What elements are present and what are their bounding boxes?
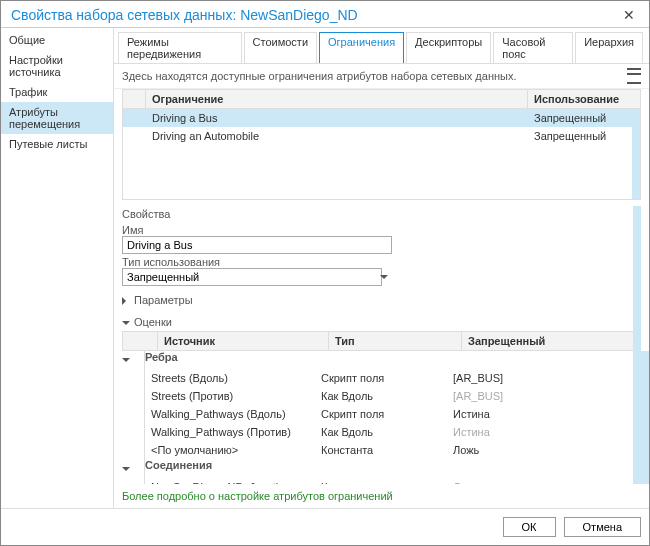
close-icon[interactable]: ✕ [619, 7, 639, 23]
eval-col-type[interactable]: Тип [329, 332, 462, 350]
sidebar: ОбщиеНастройки источникаТрафикАтрибуты п… [1, 28, 114, 508]
learn-more-link[interactable]: Более подробно о настройке атрибутов огр… [114, 484, 649, 508]
dialog-body: ОбщиеНастройки источникаТрафикАтрибуты п… [1, 28, 649, 508]
usage-select-value[interactable]: Запрещенный [122, 268, 382, 286]
sidebar-item[interactable]: Атрибуты перемещения [1, 102, 113, 134]
chevron-right-icon [122, 297, 130, 305]
scrollbar[interactable] [632, 109, 640, 199]
chevron-down-icon [122, 321, 130, 329]
dialog-title: Свойства набора сетевых данных: NewSanDi… [11, 7, 619, 23]
tab[interactable]: Стоимости [244, 32, 317, 63]
scrollbar[interactable] [633, 206, 641, 484]
cancel-button[interactable]: Отмена [564, 517, 641, 537]
eval-corner [123, 332, 158, 350]
tab[interactable]: Часовой пояс [493, 32, 573, 63]
hint-text: Здесь находятся доступные ограничения ат… [122, 70, 621, 82]
restrictions-grid[interactable]: Driving a BusЗапрещенныйDriving an Autom… [122, 109, 641, 200]
eval-row[interactable]: Walking_Pathways (Против)Как ВдольИстина [122, 423, 637, 441]
evaluators-header: Источник Тип Запрещенный [122, 331, 641, 351]
eval-row[interactable]: Streets (Вдоль)Скрипт поля[AR_BUS] [122, 369, 637, 387]
col-usage[interactable]: Использование [528, 90, 640, 108]
properties-panel: Свойства Имя Тип использования Запрещенн… [122, 206, 641, 484]
eval-row[interactable]: <По умолчанию>КонстантаЛожь [122, 441, 637, 459]
eval-row[interactable]: Walking_Pathways (Вдоль)Скрипт поляИстин… [122, 405, 637, 423]
tab[interactable]: Дескрипторы [406, 32, 491, 63]
chevron-down-icon [122, 467, 130, 475]
eval-col-source[interactable]: Источник [158, 332, 329, 350]
table-row[interactable]: Driving an AutomobileЗапрещенный [123, 127, 640, 145]
restrictions-grid-header: Ограничение Использование [122, 89, 641, 109]
eval-group-header[interactable]: Соединения [122, 459, 637, 478]
eval-col-restricted[interactable]: Запрещенный [462, 332, 640, 350]
eval-group-header[interactable]: Ребра [122, 351, 637, 370]
grid-corner [123, 90, 146, 108]
usage-select[interactable]: Запрещенный [122, 268, 392, 286]
parameters-label: Параметры [134, 294, 193, 306]
tab[interactable]: Режимы передвижения [118, 32, 242, 63]
eval-row[interactable]: NewSanDiego_ND_JunctionsКак по умолчанию… [122, 478, 637, 484]
col-name[interactable]: Ограничение [146, 90, 528, 108]
evaluators-expander[interactable]: Оценки Источник Тип Запрещенный РебраStr… [122, 314, 641, 484]
ok-button[interactable]: ОК [503, 517, 556, 537]
menu-icon[interactable] [627, 68, 641, 84]
name-label: Имя [122, 224, 641, 236]
dialog: Свойства набора сетевых данных: NewSanDi… [0, 0, 650, 546]
hint-row: Здесь находятся доступные ограничения ат… [114, 64, 649, 89]
titlebar: Свойства набора сетевых данных: NewSanDi… [1, 1, 649, 28]
parameters-expander[interactable]: Параметры [122, 292, 641, 308]
sidebar-item[interactable]: Общие [1, 30, 113, 50]
tab[interactable]: Иерархия [575, 32, 643, 63]
sidebar-item[interactable]: Трафик [1, 82, 113, 102]
usage-label: Тип использования [122, 256, 641, 268]
sidebar-item[interactable]: Настройки источника [1, 50, 113, 82]
evaluators-label: Оценки [134, 316, 172, 328]
main-panel: Режимы передвиженияСтоимостиОграниченияД… [114, 28, 649, 508]
name-field[interactable] [122, 236, 392, 254]
eval-row[interactable]: Streets (Против)Как Вдоль[AR_BUS] [122, 387, 637, 405]
tab-strip: Режимы передвиженияСтоимостиОграниченияД… [114, 28, 649, 64]
properties-title: Свойства [122, 206, 641, 222]
sidebar-item[interactable]: Путевые листы [1, 134, 113, 154]
chevron-down-icon [122, 358, 130, 366]
evaluators-grid[interactable]: РебраStreets (Вдоль)Скрипт поля[AR_BUS]S… [122, 351, 649, 484]
table-row[interactable]: Driving a BusЗапрещенный [123, 109, 640, 127]
footer: ОК Отмена [1, 508, 649, 545]
tab[interactable]: Ограничения [319, 32, 404, 63]
